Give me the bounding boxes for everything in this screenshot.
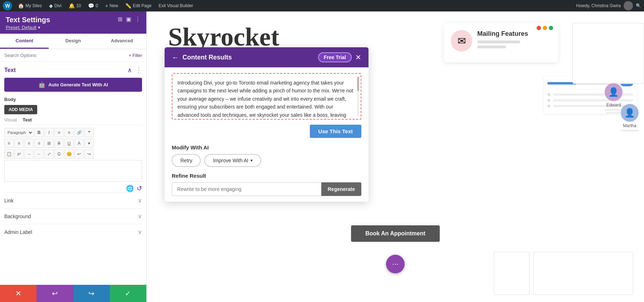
copy-paste-button[interactable]: 📋 [4,149,14,159]
sidebar-preset: Preset: Default ▾ [6,25,50,30]
more-options-icon[interactable]: ⋮ [135,16,141,23]
indent-in-button[interactable]: → [24,149,34,159]
mailing-features-card: ✉ Mailing Features [444,23,558,62]
search-input[interactable] [4,53,126,58]
new-item[interactable]: + New [102,0,121,11]
modal-header-right: Free Trial ✕ [318,52,361,62]
redo-editor-button[interactable]: ↪ [84,149,94,159]
scrollbar[interactable] [357,77,359,116]
text-section-collapse[interactable]: ∧ [127,66,132,74]
editor-footer: 🌐 ↺ [4,184,142,192]
blockquote-button[interactable]: ❝ [84,128,94,137]
regenerate-button[interactable]: Regenerate [321,182,361,196]
dot-icon-3 [547,105,550,107]
underline-button[interactable]: U [64,139,74,148]
split-view-icon[interactable]: ▣ [126,16,131,23]
fullscreen-editor-button[interactable]: ⤢ [44,149,54,159]
traffic-light-yellow [543,26,547,30]
indent-out-button[interactable]: ← [34,149,44,159]
color-button[interactable]: A [74,139,84,148]
visual-tab[interactable]: Visual [4,117,17,123]
user-avatar[interactable] [624,1,633,10]
sidebar-title: Text Settings [6,16,50,24]
right-card-1 [572,23,644,84]
redo-icon: ↪ [88,289,94,298]
refresh-icon[interactable]: ↺ [137,184,142,192]
editor-area[interactable] [4,160,142,182]
my-sites-item[interactable]: 🏠 My Sites [15,0,45,11]
bold-button[interactable]: B [34,128,44,137]
text-section-more[interactable]: ⋮ [136,66,142,74]
toolbar-row-2: ≡ ≡ ≡ ≡ ⊞ S U A ▾ [4,139,142,148]
table-button[interactable]: ⊞ [44,139,54,148]
modal-back-button[interactable]: ← [172,53,179,62]
comments-item[interactable]: 🔔 10 [66,0,84,11]
divi-item[interactable]: ◆ Divi [46,0,64,11]
tab-advanced[interactable]: Advanced [98,34,146,49]
messages-item[interactable]: 💬 0 [85,0,101,11]
scrollbar-thumb [357,77,359,91]
text-section-title: Text [4,67,16,73]
ai-assist-icon[interactable]: 🌐 [126,184,134,192]
link-button[interactable]: 🔗 [74,128,84,137]
save-button[interactable]: ✓ [110,285,146,302]
improve-with-ai-button[interactable]: Improve With AI ▾ [204,154,261,167]
add-media-button[interactable]: ADD MEDIA [4,105,37,114]
toolbar-row-3: 📋 x² → ← ⤢ Ω 😊 ↩ ↪ [4,149,142,159]
link-section[interactable]: Link ∨ [4,192,142,208]
wordpress-logo[interactable]: W [3,1,12,10]
fullscreen-icon[interactable]: ⊞ [118,16,122,23]
background-section[interactable]: Background ∨ [4,208,142,224]
undo-button[interactable]: ↩ [36,285,73,302]
free-trial-badge[interactable]: Free Trial [318,52,352,62]
emoji-button[interactable]: 😊 [64,149,74,159]
mailing-line-1 [477,40,520,43]
pencil-icon: ✏️ [125,3,131,9]
redo-button[interactable]: ↪ [73,285,110,302]
tab-design[interactable]: Design [49,34,97,49]
undo-editor-button[interactable]: ↩ [74,149,84,159]
background-section-title: Background [4,214,31,219]
search-icon[interactable]: 🔍 [636,3,641,8]
sidebar-header: Text Settings Preset: Default ▾ ⊞ ▣ ⋮ [0,11,146,34]
numbered-list-button[interactable]: ≡ [64,128,74,137]
paragraph-select[interactable]: Paragraph [4,128,34,137]
editor-mode-tabs: Visual Text [4,117,142,125]
modal-close-button[interactable]: ✕ [355,53,361,62]
edit-page-label: Edit Page [133,3,151,8]
use-this-text-button[interactable]: Use This Text [310,125,361,138]
tab-content[interactable]: Content [0,34,49,49]
align-justify-button[interactable]: ≡ [34,139,44,148]
user-greeting: Howdy, Christina Gwira [576,3,621,8]
text-tab[interactable]: Text [23,117,32,123]
italic-button[interactable]: I [44,128,54,137]
bullet-list-button[interactable]: ≡ [54,128,64,137]
admin-label-section[interactable]: Admin Label ∨ [4,224,142,240]
auto-generate-ai-button[interactable]: 🤖 Auto Generate Text With AI [4,78,142,92]
edit-page-item[interactable]: ✏️ Edit Page [122,0,154,11]
align-left-button[interactable]: ≡ [4,139,14,148]
fab-button[interactable]: ··· [386,255,405,273]
strikethrough-button[interactable]: S [54,139,64,148]
sidebar-search: + Filter [0,49,146,62]
home-icon: 🏠 [18,3,24,9]
refine-input[interactable] [172,182,321,196]
align-center-button[interactable]: ≡ [14,139,24,148]
traffic-light-red [537,26,541,30]
align-right-button[interactable]: ≡ [24,139,34,148]
modal-header: ← Content Results Free Trial ✕ [165,47,369,67]
book-appointment-button[interactable]: Book An Appointment [351,225,440,242]
cancel-button[interactable]: ✕ [0,285,36,302]
refine-input-row: Regenerate [172,182,361,196]
retry-button[interactable]: Retry [172,154,201,167]
sidebar-content: Text ∧ ⋮ 🤖 Auto Generate Text With AI Bo… [0,62,146,285]
dropdown-button[interactable]: ▾ [84,139,94,148]
exit-builder-item[interactable]: Exit Visual Builder [156,0,196,11]
special-chars-button[interactable]: Ω [54,149,64,159]
mailing-icon-circle: ✉ [451,30,472,52]
filter-button[interactable]: + Filter [129,53,142,58]
plus-icon: + [105,3,108,9]
ai-button-label: Auto Generate Text With AI [48,82,108,87]
superscript-button[interactable]: x² [14,149,24,159]
toolbar-row-1: Paragraph B I ≡ ≡ 🔗 ❝ [4,128,142,137]
